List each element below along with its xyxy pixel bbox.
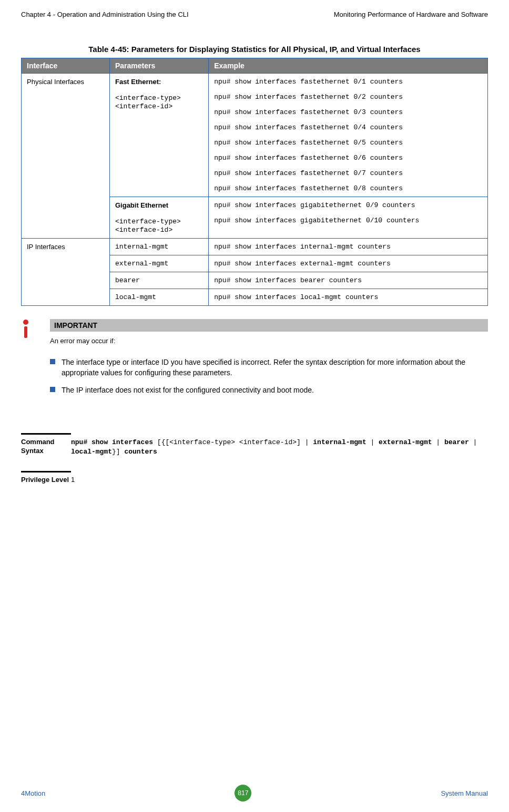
command-syntax-row: Command Syntax npu# show interfaces [{[<…: [21, 435, 488, 457]
example-line: npu# show interfaces fastethernet 0/8 co…: [214, 184, 482, 192]
cmd-part: |: [432, 438, 444, 446]
cmd-part: counters: [124, 448, 157, 456]
footer-left: 4Motion: [21, 789, 45, 797]
list-item: The IP interface does not exist for the …: [50, 385, 488, 396]
table-title: Table 4-45: Parameters for Displaying St…: [21, 45, 488, 54]
page-header: Chapter 4 - Operation and Administration…: [21, 11, 488, 18]
cmd-part: external-mgmt: [379, 438, 432, 446]
th-interface: Interface: [22, 58, 110, 74]
important-intro: An error may occur if:: [50, 332, 488, 350]
th-example: Example: [209, 58, 488, 74]
cell-gigabit-examples: npu# show interfaces gigabitethernet 0/9…: [209, 197, 488, 239]
bullet-icon: [50, 359, 55, 364]
important-content: IMPORTANT An error may occur if: The int…: [50, 319, 488, 403]
svg-rect-1: [24, 326, 27, 338]
example-line: npu# show interfaces fastethernet 0/6 co…: [214, 154, 482, 162]
example-line: npu# show interfaces fastethernet 0/5 co…: [214, 139, 482, 147]
cmd-part: |: [367, 438, 379, 446]
fast-param2: <interface-id>: [115, 102, 172, 110]
table-row: Physical Interfaces Fast Ethernet: <inte…: [22, 74, 488, 197]
privilege-level-row: Privilege Level 1: [21, 472, 488, 485]
important-section: IMPORTANT An error may occur if: The int…: [21, 319, 488, 403]
privilege-level-label: Privilege Level: [21, 476, 71, 485]
example-line: npu# show interfaces fastethernet 0/4 co…: [214, 124, 482, 131]
privilege-level-value: 1: [71, 476, 488, 485]
important-icon: [21, 319, 37, 342]
cmd-part: [{[<interface-type> <interface-id>] |: [153, 438, 313, 446]
example-line: npu# show interfaces gigabitethernet 0/9…: [214, 201, 482, 209]
example-line: npu# show interfaces fastethernet 0/2 co…: [214, 93, 482, 101]
cmd-part: |: [469, 438, 477, 446]
example-line: npu# show interfaces fastethernet 0/7 co…: [214, 169, 482, 177]
cell-ip-example: npu# show interfaces internal-mgmt count…: [209, 239, 488, 255]
gigabit-title: Gigabit Ethernet: [115, 201, 168, 209]
page-footer: 4Motion 817 System Manual: [21, 785, 488, 801]
cell-gigabit-params: Gigabit Ethernet <interface-type> <inter…: [109, 197, 208, 239]
cell-fast-params: Fast Ethernet: <interface-type> <interfa…: [109, 74, 208, 197]
list-item: The interface type or interface ID you h…: [50, 357, 488, 378]
cell-ip-param: internal-mgmt: [109, 239, 208, 255]
bullet-text: The IP interface does not exist for the …: [62, 385, 314, 396]
cell-ip-example: npu# show interfaces external-mgmt count…: [209, 255, 488, 272]
important-header: IMPORTANT: [50, 319, 488, 332]
bullet-text: The interface type or interface ID you h…: [62, 357, 488, 378]
example-line: npu# show interfaces gigabitethernet 0/1…: [214, 217, 482, 224]
example-line: npu# show interfaces fastethernet 0/1 co…: [214, 78, 482, 86]
gigabit-param2: <interface-id>: [115, 226, 172, 234]
header-left: Chapter 4 - Operation and Administration…: [21, 11, 189, 18]
cmd-part: bearer: [444, 438, 469, 446]
th-parameters: Parameters: [109, 58, 208, 74]
gigabit-param1: <interface-type>: [115, 218, 181, 225]
svg-point-0: [23, 320, 28, 325]
cell-ip-example: npu# show interfaces local-mgmt counters: [209, 289, 488, 306]
cell-ip-interface: IP Interfaces: [22, 239, 110, 306]
header-right: Monitoring Performance of Hardware and S…: [334, 11, 488, 18]
fast-param1: <interface-type>: [115, 94, 181, 102]
cmd-part: internal-mgmt: [313, 438, 366, 446]
cmd-part: local-mgmt: [71, 448, 112, 456]
cell-fast-examples: npu# show interfaces fastethernet 0/1 co…: [209, 74, 488, 197]
cell-ip-example: npu# show interfaces bearer counters: [209, 272, 488, 289]
important-bullets: The interface type or interface ID you h…: [50, 357, 488, 396]
cmd-part: }]: [112, 448, 124, 456]
cell-ip-param: local-mgmt: [109, 289, 208, 306]
cmd-part: npu# show interfaces: [71, 438, 153, 446]
cell-ip-param: external-mgmt: [109, 255, 208, 272]
footer-right: System Manual: [441, 789, 488, 797]
cell-ip-param: bearer: [109, 272, 208, 289]
bullet-icon: [50, 387, 55, 392]
example-line: npu# show interfaces fastethernet 0/3 co…: [214, 108, 482, 116]
page-number-badge: 817: [235, 785, 251, 801]
fast-title: Fast Ethernet:: [115, 78, 161, 86]
command-syntax-label: Command Syntax: [21, 438, 71, 457]
table-row: IP Interfaces internal-mgmt npu# show in…: [22, 239, 488, 255]
parameters-table: Interface Parameters Example Physical In…: [21, 58, 488, 306]
cell-physical-interface: Physical Interfaces: [22, 74, 110, 239]
command-syntax-content: npu# show interfaces [{[<interface-type>…: [71, 438, 488, 457]
